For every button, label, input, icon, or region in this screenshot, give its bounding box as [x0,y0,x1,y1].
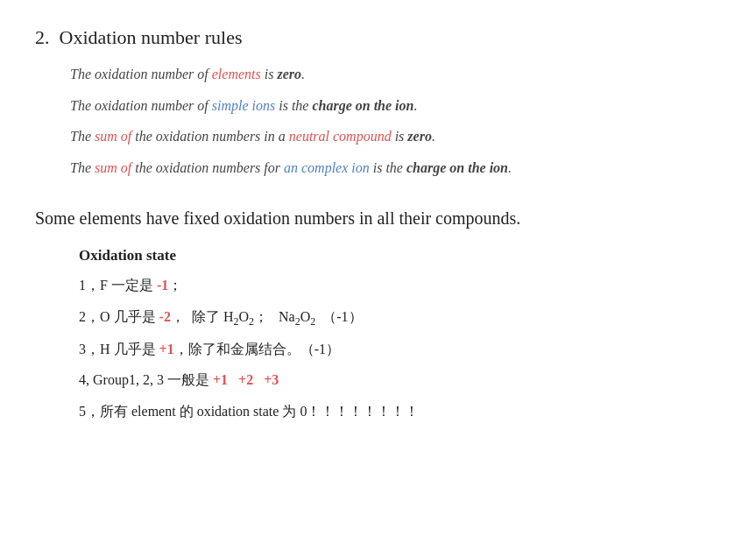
rule2-simple-ions: simple ions [212,98,275,113]
section1-number: 2. [35,26,50,48]
item4-v2: +2 [238,372,253,387]
rule4-sum: sum of [95,160,131,175]
rules-block: The oxidation number of elements is zero… [70,63,721,179]
rule3: The sum of the oxidation numbers in a ne… [70,125,721,148]
section1: 2. Oxidation number rules The oxidation … [35,26,721,179]
item1-value: -1 [157,278,168,293]
fixed-item-1: 1，F 一定是 -1； [79,273,721,297]
item4-v3: +3 [264,372,279,387]
rule4-complex-ion: an complex ion [284,160,370,175]
fixed-block: Oxidation state 1，F 一定是 -1； 2，O 几乎是 -2， … [79,247,721,422]
rule2: The oxidation number of simple ions is t… [70,95,721,117]
fixed-item-2: 2，O 几乎是 -2， 除了 H2O2； Na2O2 （-1） [79,305,721,331]
rule1-elements: elements [212,67,261,81]
rule4: The sum of the oxidation numbers for an … [70,157,721,180]
rule3-neutral: neutral compound [289,129,392,144]
rule3-sum: sum of [95,129,131,144]
rule3-zero: zero [407,129,432,144]
rule4-charge: charge on the ion [406,160,508,175]
section1-heading: 2. Oxidation number rules [35,26,721,49]
item2-value: -2 [159,309,171,324]
fixed-item-3: 3，H 几乎是 +1，除了和金属结合。（-1） [79,337,721,361]
rule1-zero: zero [277,67,301,81]
rule1: The oxidation number of elements is zero… [70,63,721,86]
fixed-item-4: 4, Group1, 2, 3 一般是 +1 +2 +3 [79,368,721,391]
fixed-item-5: 5，所有 element 的 oxidation state 为 0！！！！！！… [79,399,721,423]
fixed-title: Oxidation state [79,247,721,264]
item4-v1: +1 [213,372,228,387]
section2-text: Some elements have fixed oxidation numbe… [35,205,721,231]
section2: Some elements have fixed oxidation numbe… [35,205,721,422]
rule2-charge: charge on the ion [312,98,413,113]
item3-value: +1 [159,342,174,356]
section1-title-text: Oxidation number rules [60,26,243,48]
